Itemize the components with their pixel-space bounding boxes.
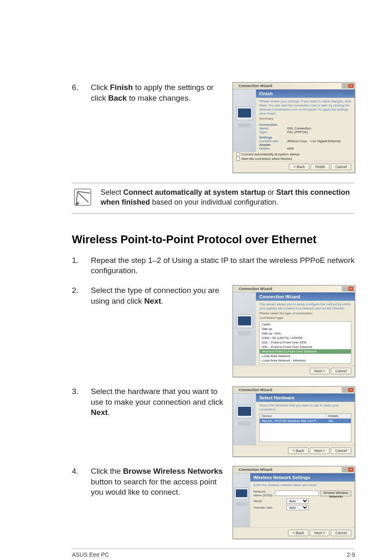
svg-rect-6 (238, 316, 251, 325)
svg-rect-8 (238, 331, 251, 335)
back-button[interactable]: < Back (289, 164, 309, 170)
connection-type-list[interactable]: CableDial-upDial-up - AOLGSM / 3G (UMTS)… (259, 321, 351, 364)
cancel-button[interactable]: Cancel (331, 164, 351, 170)
wizard-title: Connection Wizard (234, 468, 341, 472)
close-button[interactable]: × (348, 83, 354, 88)
wizard-heading: Finish (256, 90, 355, 98)
list-item[interactable]: Local Area Network - Wireless (260, 358, 351, 363)
svg-rect-1 (238, 108, 251, 118)
section-heading: Wireless Point-to-Point Protocol over Et… (72, 233, 355, 246)
list-number: 1. (72, 255, 83, 276)
svg-rect-3 (238, 123, 251, 127)
list-item[interactable]: Cable (260, 322, 351, 327)
bold-browse: Browse Wireless Networks (123, 467, 223, 475)
wizard-heading: Select Hardware (256, 394, 355, 402)
wizard-sidebar-image (233, 473, 250, 527)
ssid-input[interactable] (275, 491, 319, 496)
wizard-finish: Connection Wizard – × Finish Please revi… (233, 82, 355, 173)
list-item[interactable]: DSL - Point-to-Point Over ATM (260, 340, 351, 345)
checkbox-start-when-finished[interactable] (236, 157, 240, 161)
bold-next: Next (144, 297, 161, 305)
list-item[interactable]: Local Area Network (260, 354, 351, 358)
wizard-title: Connection Wizard (234, 388, 341, 392)
footer-left: ASUS Eee PC (72, 551, 109, 558)
step-text: Click Finish to apply the settings or cl… (91, 82, 225, 103)
svg-rect-7 (241, 328, 248, 331)
step-text: Click the Browse Wireless Networks butto… (91, 466, 225, 498)
back-button[interactable]: < Back (288, 447, 309, 454)
svg-rect-15 (239, 499, 244, 502)
step-text: Select the type of connection you are us… (91, 285, 225, 306)
bold-back: Back (108, 94, 127, 102)
wizard-connection-type: Connection Wizard – × Connection Wizard … (233, 285, 355, 377)
back-button[interactable]: < Back (288, 530, 309, 536)
wizard-select-hardware: Connection Wizard – × Select Hardware Se… (233, 386, 355, 457)
minimize-button[interactable]: – (342, 286, 348, 291)
wizard-heading: Wireless Network Settings (250, 473, 355, 482)
next-button[interactable]: Next > (310, 447, 330, 454)
list-number: 4. (72, 466, 83, 498)
wizard-title: Connection Wizard (234, 84, 341, 88)
list-number: 3. (72, 386, 83, 418)
browse-wireless-button[interactable]: Browse Wireless Networks (321, 491, 351, 496)
svg-rect-12 (238, 422, 251, 426)
next-button[interactable]: Next > (310, 530, 330, 536)
wizard-sidebar-image (233, 394, 256, 445)
list-number: 2. (72, 285, 83, 306)
minimize-button[interactable]: – (342, 467, 348, 472)
svg-rect-11 (241, 418, 248, 422)
rate-select[interactable]: Auto (286, 505, 309, 510)
step-text: Repeat the step 1–2 of Using a static IP… (91, 255, 355, 276)
wizard-heading: Connection Wizard (256, 293, 355, 301)
svg-rect-2 (241, 120, 248, 123)
next-button[interactable]: Next > (310, 368, 330, 374)
table-row[interactable]: RaLink - RT2790 Wireless 802.11n P... ra… (260, 419, 351, 423)
step-text: Select the hardware that you want to use… (91, 386, 225, 418)
svg-rect-10 (238, 407, 251, 416)
cancel-button[interactable]: Cancel (331, 530, 351, 536)
cancel-button[interactable]: Cancel (331, 368, 351, 374)
list-item[interactable]: Dial-up (260, 327, 351, 331)
hardware-table[interactable]: Device Details RaLink - RT2790 Wireless … (259, 413, 351, 442)
close-button[interactable]: × (348, 387, 354, 392)
checkbox-autostart[interactable] (236, 152, 240, 156)
list-item[interactable]: DSL - Point-to-Point Over Ethernet (260, 345, 351, 349)
list-item[interactable]: GSM / 3G (UMTS) / HSDPA (260, 336, 351, 340)
finish-button[interactable]: Finish (311, 164, 330, 170)
bold-finish: Finish (110, 83, 133, 92)
mode-select[interactable]: Auto (286, 498, 309, 504)
cancel-button[interactable]: Cancel (331, 447, 351, 454)
minimize-button[interactable]: – (342, 83, 348, 88)
bold-next: Next (91, 408, 108, 417)
close-button[interactable]: × (348, 286, 354, 291)
list-number: 6. (72, 82, 83, 103)
footer-right: 2-9 (347, 551, 355, 558)
wizard-sidebar-image (233, 90, 256, 152)
wizard-wireless-settings: Connection Wizard – × Wireless Network S… (233, 466, 355, 539)
note-text: Select Connect automatically at system s… (101, 187, 355, 207)
list-item[interactable]: Dial-up - AOL (260, 331, 351, 336)
note-icon (72, 187, 93, 207)
svg-rect-16 (236, 502, 247, 506)
minimize-button[interactable]: – (342, 387, 348, 392)
close-button[interactable]: × (348, 467, 354, 472)
svg-rect-14 (236, 489, 247, 497)
list-item[interactable]: Wireless Point-to-Point Over Ethernet (260, 349, 351, 354)
wizard-title: Connection Wizard (234, 287, 341, 291)
wizard-sidebar-image (233, 293, 256, 365)
